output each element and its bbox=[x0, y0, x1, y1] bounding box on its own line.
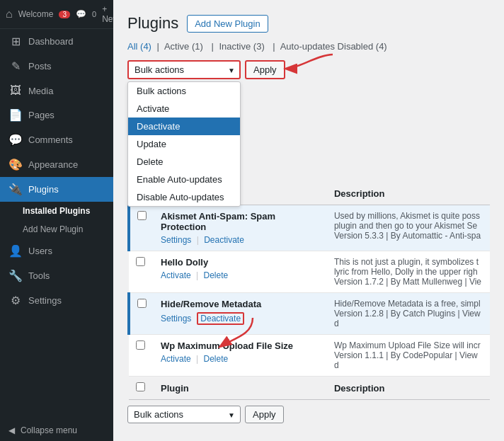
table-row: Hide/Remove Metadata Settings Deactivate bbox=[129, 293, 490, 335]
sidebar-item-tools-label: Tools bbox=[28, 270, 50, 281]
sidebar-item-dashboard[interactable]: ⊞ Dashboard bbox=[0, 29, 113, 54]
sidebar-item-plugins[interactable]: 🔌 Plugins bbox=[0, 177, 113, 202]
collapse-menu-button[interactable]: ◀ Collapse menu bbox=[0, 420, 113, 441]
plugin-desc-cell: Hide/Remove Metadata is a free, simpl Ve… bbox=[327, 293, 490, 335]
dropdown-item-deactivate[interactable]: Deactivate bbox=[128, 118, 240, 135]
table-row: Wp Maximum Upload File Size Activate | D… bbox=[129, 335, 490, 377]
comments-icon[interactable]: 💬 bbox=[76, 9, 86, 19]
plugin-checkbox-cell bbox=[129, 251, 154, 293]
tools-icon: 🔧 bbox=[8, 269, 23, 282]
plugin-version: Version 1.1.1 | By CodePopular | View d bbox=[334, 350, 483, 370]
bulk-actions-dropdown: Bulk actions Activate Deactivate Update … bbox=[127, 81, 241, 207]
home-icon[interactable]: ⌂ bbox=[6, 8, 13, 21]
select-all-footer-checkbox[interactable] bbox=[136, 382, 145, 391]
plugin-checkbox[interactable] bbox=[137, 299, 147, 308]
plugin-version: Version 5.3.3 | By Automattic - Anti-spa bbox=[334, 231, 483, 241]
arrow-annotation-deactivate bbox=[217, 314, 260, 350]
plugin-settings-link[interactable]: Settings bbox=[161, 314, 191, 323]
plugin-activate-link[interactable]: Activate bbox=[161, 354, 191, 364]
plugin-checkbox[interactable] bbox=[136, 257, 145, 266]
sidebar-item-users[interactable]: 👤 Users bbox=[0, 239, 113, 263]
plugin-description: This is not just a plugin, it symbolizes… bbox=[334, 257, 483, 277]
plugin-delete-link[interactable]: Delete bbox=[204, 354, 229, 364]
plugins-table: Plugin Description Akismet Anti-Spam: Sp… bbox=[127, 182, 490, 400]
footer-description-col: Description bbox=[327, 377, 490, 400]
bottom-apply-button[interactable]: Apply bbox=[245, 406, 284, 423]
plugin-description: Hide/Remove Metadata is a free, simpl bbox=[334, 299, 483, 309]
sidebar-item-pages[interactable]: 📄 Pages bbox=[0, 103, 113, 127]
plugin-activate-link[interactable]: Activate bbox=[161, 270, 191, 280]
plugin-deactivate-link[interactable]: Deactivate bbox=[204, 235, 244, 245]
filter-active[interactable]: Active (1) bbox=[164, 41, 206, 52]
dropdown-item-bulk-actions[interactable]: Bulk actions bbox=[128, 82, 240, 100]
pages-icon: 📄 bbox=[8, 108, 23, 122]
bottom-bulk-actions-select[interactable]: Bulk actions bbox=[127, 406, 241, 423]
plugin-name-cell: Akismet Anti-Spam: Spam Protection Setti… bbox=[154, 205, 327, 251]
sidebar-item-settings-label: Settings bbox=[28, 295, 62, 306]
dropdown-item-disable-auto-updates[interactable]: Disable Auto-updates bbox=[128, 188, 240, 206]
plugin-settings-link[interactable]: Settings bbox=[161, 235, 191, 245]
dropdown-item-enable-auto-updates[interactable]: Enable Auto-updates bbox=[128, 171, 240, 188]
sidebar-item-posts-label: Posts bbox=[28, 61, 52, 71]
dropdown-item-activate[interactable]: Activate bbox=[128, 100, 240, 118]
new-button[interactable]: + New bbox=[102, 4, 113, 24]
filter-inactive[interactable]: Inactive (3) bbox=[219, 41, 267, 52]
footer-plugin-col: Plugin bbox=[154, 377, 327, 400]
posts-icon: ✎ bbox=[8, 59, 23, 73]
page-title: Plugins bbox=[127, 14, 178, 33]
sidebar-toolbar: ⌂ Welcome 3 💬 0 + New bbox=[0, 0, 113, 29]
sidebar-item-dashboard-label: Dashboard bbox=[28, 36, 74, 47]
plugin-checkbox[interactable] bbox=[137, 211, 147, 220]
plugin-name: Hello Dolly bbox=[161, 257, 320, 268]
table-footer-row: Plugin Description bbox=[129, 377, 490, 400]
arrow-annotation-top bbox=[283, 47, 340, 76]
sidebar-item-tools[interactable]: 🔧 Tools bbox=[0, 263, 113, 288]
dropdown-item-update[interactable]: Update bbox=[128, 135, 240, 153]
filter-all[interactable]: All (4) bbox=[127, 41, 151, 52]
bulk-actions-select[interactable]: Bulk actions bbox=[127, 60, 241, 79]
sidebar-item-posts[interactable]: ✎ Posts bbox=[0, 54, 113, 79]
plugin-actions: Settings | Deactivate bbox=[161, 235, 320, 245]
add-new-plugin-button[interactable]: Add New Plugin bbox=[187, 15, 268, 33]
plugin-actions: Activate | Delete bbox=[161, 354, 320, 364]
plugin-description: Used by millions, Akismet is quite poss … bbox=[334, 211, 483, 231]
main-content: Plugins Add New Plugin All (4) | Active … bbox=[113, 0, 504, 441]
plugin-name: Hide/Remove Metadata bbox=[161, 299, 320, 309]
comments-nav-icon: 💬 bbox=[8, 133, 23, 147]
site-name[interactable]: Welcome bbox=[18, 9, 54, 19]
users-icon: 👤 bbox=[8, 244, 23, 258]
plugin-checkbox-cell bbox=[129, 335, 154, 377]
page-title-row: Plugins Add New Plugin bbox=[127, 14, 490, 33]
updates-badge[interactable]: 3 bbox=[59, 11, 70, 18]
sidebar-nav: ⊞ Dashboard ✎ Posts 🖼 Media 📄 Pages 💬 Co… bbox=[0, 29, 113, 420]
top-apply-button[interactable]: Apply bbox=[245, 60, 285, 79]
collapse-label: Collapse menu bbox=[21, 425, 77, 435]
plugin-version: Version 1.7.2 | By Matt Mullenweg | Vie bbox=[334, 277, 483, 287]
sidebar-item-media[interactable]: 🖼 Media bbox=[0, 79, 113, 103]
collapse-icon: ◀ bbox=[8, 425, 15, 435]
plugin-checkbox-cell bbox=[129, 293, 154, 335]
plugin-delete-link[interactable]: Delete bbox=[204, 270, 229, 280]
sidebar-item-pages-label: Pages bbox=[28, 110, 55, 120]
sidebar-item-appearance[interactable]: 🎨 Appearance bbox=[0, 152, 113, 177]
dashboard-icon: ⊞ bbox=[8, 35, 23, 48]
dropdown-item-delete[interactable]: Delete bbox=[128, 153, 240, 171]
table-row: Akismet Anti-Spam: Spam Protection Setti… bbox=[129, 205, 490, 251]
plugin-description: Wp Maximum Upload File Size will incr bbox=[334, 340, 483, 350]
sidebar-item-users-label: Users bbox=[28, 246, 52, 256]
submenu-add-new-plugin[interactable]: Add New Plugin bbox=[0, 220, 113, 239]
plugin-checkbox[interactable] bbox=[136, 340, 145, 350]
submenu-installed-plugins[interactable]: Installed Plugins bbox=[0, 202, 113, 220]
sidebar-item-settings[interactable]: ⚙ Settings bbox=[0, 288, 113, 313]
sidebar-item-media-label: Media bbox=[28, 86, 53, 96]
sidebar-item-comments[interactable]: 💬 Comments bbox=[0, 127, 113, 152]
plugin-checkbox-cell bbox=[129, 205, 154, 251]
sidebar-item-plugins-label: Plugins bbox=[28, 184, 59, 195]
plugin-name-cell: Hello Dolly Activate | Delete bbox=[154, 251, 327, 293]
plugin-desc-cell: Used by millions, Akismet is quite poss … bbox=[327, 205, 490, 251]
description-col-header: Description bbox=[327, 182, 490, 205]
plugin-version: Version 1.2.8 | By Catch Plugins | View … bbox=[334, 309, 483, 328]
plugin-name-cell: Hide/Remove Metadata Settings Deactivate bbox=[154, 293, 327, 335]
top-bulk-actions-bar: Bulk actions Apply bbox=[127, 60, 490, 79]
plugins-table-wrapper: Plugin Description Akismet Anti-Spam: Sp… bbox=[127, 182, 490, 400]
